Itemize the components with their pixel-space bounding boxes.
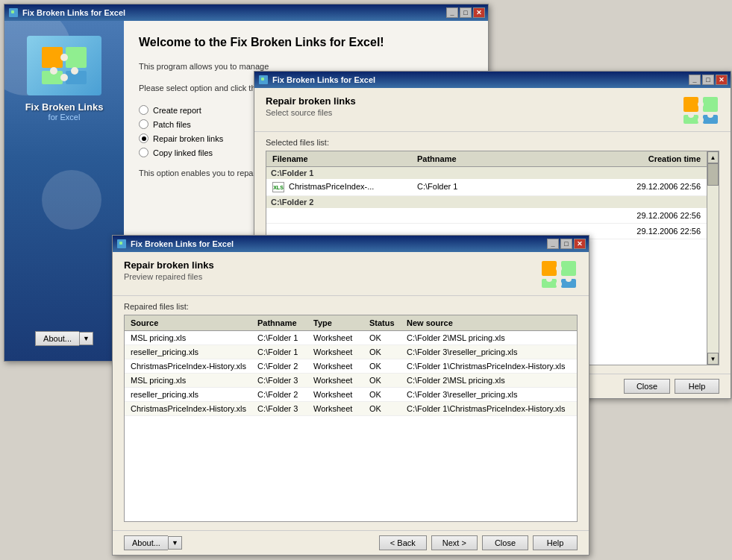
repair-row-2: reseller_pricing.xls C:\Folder 1 Workshe…: [125, 345, 577, 359]
second-title-bar: Fix Broken Links for Excel _ □ ✕: [254, 72, 731, 88]
repair-newsource-2: C:\Folder 3\reseller_pricing.xls: [404, 346, 574, 358]
svg-point-26: [556, 265, 562, 271]
third-close-btn[interactable]: Close: [482, 535, 528, 550]
logo-svg: [38, 43, 90, 88]
repair-status-4: OK: [366, 374, 404, 386]
minimize-button[interactable]: _: [446, 7, 458, 18]
repair-path-6: C:\Folder 3: [254, 403, 310, 415]
file-1-filename: XLS ChristmasPriceIndex-...: [269, 180, 414, 194]
col-status-header: Status: [366, 317, 404, 329]
col-type-header: Type: [310, 317, 366, 329]
svg-point-16: [698, 101, 704, 107]
repair-type-2: Worksheet: [310, 346, 366, 358]
third-about-button[interactable]: About...: [124, 535, 168, 550]
option-patch-files-label: Patch files: [153, 120, 191, 129]
second-close-button[interactable]: ✕: [716, 75, 728, 85]
file-row-1: XLS ChristmasPriceIndex-... C:\Folder 1 …: [266, 179, 707, 196]
third-window: Fix Broken Links for Excel _ □ ✕ Repair …: [112, 235, 589, 556]
third-minimize-button[interactable]: _: [547, 239, 559, 249]
scroll-up-btn[interactable]: ▲: [707, 151, 719, 163]
radio-patch-files[interactable]: [139, 119, 148, 129]
svg-rect-11: [261, 78, 264, 81]
repair-row-1: MSL pricing.xls C:\Folder 1 Worksheet OK…: [125, 331, 577, 345]
second-minimize-button[interactable]: _: [689, 75, 701, 85]
repair-type-3: Worksheet: [310, 360, 366, 372]
repair-status-1: OK: [366, 332, 404, 344]
svg-point-18: [707, 112, 713, 118]
third-window-content: Repaired files list: Source Pathname Typ…: [113, 296, 589, 530]
repair-type-1: Worksheet: [310, 332, 366, 344]
repair-list: Source Pathname Type Status New source M…: [124, 315, 578, 522]
repair-row-5: reseller_pricing.xls C:\Folder 2 Workshe…: [125, 388, 577, 402]
option-copy-linked-files-label: Copy linked files: [153, 148, 213, 157]
xls-icon-1: XLS: [272, 182, 284, 192]
second-list-header: Filename Pathname Creation time: [266, 151, 707, 167]
svg-point-19: [698, 117, 704, 123]
second-header-logo: [682, 95, 719, 125]
svg-point-28: [566, 276, 572, 282]
about-dropdown-button[interactable]: ▼: [79, 332, 93, 345]
repair-status-3: OK: [366, 360, 404, 372]
third-header-text: Repair broken links Preview repaired fil…: [124, 259, 214, 281]
repair-list-header: Source Pathname Type Status New source: [125, 315, 577, 331]
scroll-thumb[interactable]: [707, 163, 719, 186]
second-scrollbar[interactable]: ▲ ▼: [707, 151, 719, 365]
repair-path-4: C:\Folder 3: [254, 374, 310, 386]
repair-path-3: C:\Folder 2: [254, 360, 310, 372]
svg-rect-1: [11, 10, 14, 13]
svg-point-7: [50, 67, 57, 75]
second-help-btn[interactable]: Help: [675, 379, 719, 394]
repair-newsource-1: C:\Folder 2\MSL pricing.xls: [404, 332, 574, 344]
repair-source-3: ChristmasPriceIndex-History.xls: [128, 360, 254, 372]
deco-circle-2: [42, 170, 101, 230]
back-button[interactable]: < Back: [379, 535, 427, 550]
file-2-filename: [269, 210, 414, 221]
third-about-group[interactable]: About... ▼: [124, 535, 182, 550]
third-close-button[interactable]: ✕: [574, 239, 586, 249]
radio-copy-linked-files[interactable]: [139, 148, 148, 157]
sidebar-title-line2: for Excel: [49, 113, 81, 122]
second-maximize-button[interactable]: □: [702, 75, 714, 85]
svg-point-6: [60, 54, 68, 61]
repair-path-5: C:\Folder 2: [254, 388, 310, 400]
repair-status-5: OK: [366, 388, 404, 400]
third-header-logo: [540, 259, 578, 289]
sidebar-logo: [27, 36, 101, 95]
svg-rect-12: [683, 97, 698, 112]
second-window-header: Repair broken links Select source files: [254, 88, 731, 132]
radio-repair-broken-links[interactable]: [139, 133, 148, 143]
repair-source-1: MSL pricing.xls: [128, 332, 254, 344]
file-2-creation: 29.12.2006 22:56: [559, 210, 704, 221]
about-button-group[interactable]: About... ▼: [35, 331, 93, 346]
second-close-btn[interactable]: Close: [624, 379, 670, 394]
svg-rect-3: [66, 47, 87, 68]
repair-source-6: ChristmasPriceIndex-History.xls: [128, 403, 254, 415]
option-repair-broken-links-label: Repair broken links: [153, 134, 223, 143]
close-button[interactable]: ✕: [473, 7, 485, 18]
scroll-down-btn[interactable]: ▼: [707, 353, 719, 365]
second-window-icon: [257, 74, 269, 86]
repair-row-3: ChristmasPriceIndex-History.xls C:\Folde…: [125, 359, 577, 374]
col-newsource-header: New source: [404, 317, 574, 329]
file-1-pathname: C:\Folder 1: [414, 180, 559, 194]
second-window-title: Fix Broken Links for Excel: [272, 75, 689, 84]
col-path-header: Pathname: [254, 317, 310, 329]
option-create-report-label: Create report: [153, 106, 201, 115]
repair-newsource-5: C:\Folder 3\reseller_pricing.xls: [404, 388, 574, 400]
about-main-button[interactable]: About...: [35, 331, 79, 346]
svg-point-9: [60, 74, 68, 81]
third-maximize-button[interactable]: □: [560, 239, 572, 249]
third-help-btn[interactable]: Help: [533, 535, 578, 550]
next-button[interactable]: Next >: [431, 535, 478, 550]
svg-rect-23: [561, 261, 576, 276]
third-about-dropdown[interactable]: ▼: [168, 536, 182, 550]
repair-path-1: C:\Folder 1: [254, 332, 310, 344]
svg-point-8: [71, 67, 78, 75]
maximize-button[interactable]: □: [460, 7, 472, 18]
footer-left: About... ▼: [124, 535, 182, 550]
repair-source-5: reseller_pricing.xls: [128, 388, 254, 400]
radio-create-report[interactable]: [139, 105, 148, 115]
sidebar-title-line1: Fix Broken Links: [25, 101, 104, 113]
svg-rect-21: [119, 242, 122, 245]
footer-right: < Back Next > Close Help: [379, 535, 578, 550]
